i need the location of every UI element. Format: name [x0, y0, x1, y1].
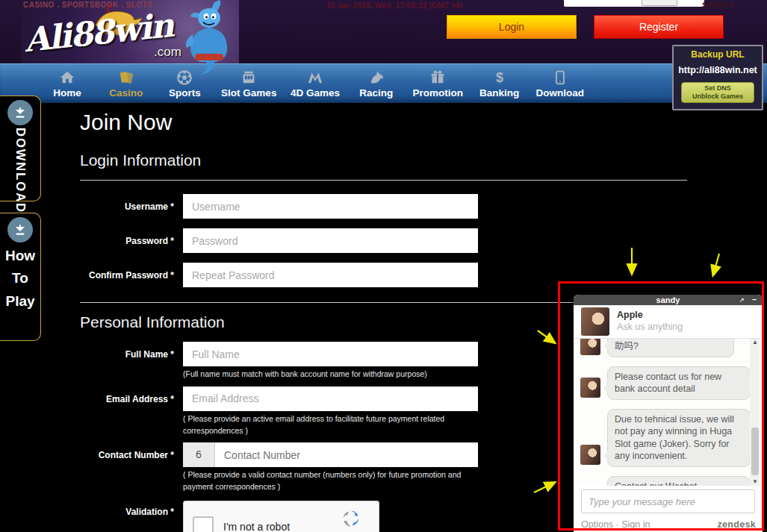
- horse-icon: [367, 68, 385, 86]
- phone-icon: [553, 68, 568, 86]
- nav-label: Casino: [109, 87, 143, 98]
- confirm-password-row: Confirm Password *: [80, 263, 687, 287]
- chat-agent-panel: Apple Ask us anything: [574, 305, 763, 339]
- main-navbar: Home Casino Sports Slot Games 4D Games: [0, 63, 767, 103]
- genie-mascot: [170, 0, 245, 75]
- how-to-play-side-button[interactable]: How To Play: [0, 213, 41, 341]
- nav-label: Slot Games: [221, 87, 276, 98]
- email-label: Email Address *: [80, 387, 174, 437]
- gift-icon: [429, 68, 447, 86]
- nav-label: Banking: [479, 87, 519, 98]
- nav-item-4d-games[interactable]: 4D Games: [291, 64, 340, 103]
- download-side-button[interactable]: DOWNLOAD: [0, 96, 41, 201]
- logo-panel: CASINO . SPORTSBOOK . SLOTS Ali88win .co…: [21, 0, 239, 63]
- recaptcha-checkbox[interactable]: [193, 516, 214, 532]
- chat-footer: Options · Sign in zendesk: [581, 519, 756, 530]
- chat-message: Please contact us for new bank account d…: [580, 366, 763, 400]
- submit-mini-button[interactable]: [642, 0, 677, 6]
- nav-item-home[interactable]: Home: [45, 64, 90, 103]
- mountain-m-icon: [305, 68, 325, 86]
- chat-message: Due to tehnical issue, we will not pay a…: [580, 409, 763, 467]
- how-to-play-label: How To Play: [0, 245, 40, 313]
- nav-label: 4D Games: [291, 87, 340, 98]
- scroll-up-icon[interactable]: ▲: [752, 339, 758, 345]
- forgot-password-partial[interactable]: ssword: [702, 0, 733, 10]
- dollar-icon: $: [493, 68, 506, 86]
- download-circle-icon: [7, 100, 33, 125]
- password-row: Password *: [80, 228, 687, 253]
- svg-text:$: $: [496, 70, 503, 85]
- agent-tagline: Ask us anything: [617, 322, 683, 332]
- download-vertical-label: DOWNLOAD: [13, 128, 28, 198]
- nav-label: Download: [535, 87, 584, 98]
- validation-label: Validation *: [80, 499, 174, 532]
- chat-options-link[interactable]: Options: [581, 519, 613, 530]
- server-datetime: 10 Jan 2018, Wed, 17:05:32 (GMT +8): [326, 1, 463, 10]
- nav-label: Racing: [359, 87, 393, 98]
- login-button[interactable]: Login: [447, 15, 577, 39]
- recaptcha-logo-icon: [341, 508, 361, 529]
- agent-name: Apple: [617, 310, 643, 320]
- nav-item-download[interactable]: Download: [535, 64, 584, 103]
- contact-hint: ( Please provide a valid contact number …: [183, 469, 478, 493]
- chat-signin-link[interactable]: Sign in: [621, 519, 650, 530]
- recaptcha-widget: I'm not a robot reCAPTCHA Privacy - Term…: [183, 501, 379, 532]
- chat-scrollbar-thumb[interactable]: [751, 428, 759, 475]
- agent-avatar: [580, 445, 600, 465]
- chat-window-title: sandy: [574, 295, 763, 305]
- username-label: Username *: [80, 194, 174, 219]
- cards-icon: [117, 68, 135, 86]
- set-dns-line2: Unblock Games: [682, 93, 754, 101]
- home-icon: [58, 68, 76, 86]
- page-title: Join Now: [80, 110, 687, 135]
- register-button[interactable]: Register: [594, 15, 724, 39]
- recaptcha-label: I'm not a robot: [223, 521, 290, 532]
- nav-items: Home Casino Sports Slot Games 4D Games: [45, 64, 584, 103]
- set-dns-button[interactable]: Set DNS Unblock Games: [681, 82, 754, 103]
- password-label: Password *: [80, 228, 174, 253]
- contact-input[interactable]: [215, 442, 478, 467]
- full-name-hint: (Full name must match with bank account …: [183, 369, 478, 381]
- zendesk-brand-link[interactable]: zendesk: [718, 519, 756, 530]
- contact-input-group: 6: [183, 442, 478, 467]
- agent-avatar: [580, 378, 600, 398]
- nav-label: Promotion: [413, 87, 464, 98]
- contact-label: Contact Number *: [80, 442, 174, 493]
- nav-label: Home: [53, 87, 81, 98]
- nav-item-banking[interactable]: $ Banking: [477, 64, 522, 103]
- minimize-icon[interactable]: –: [752, 295, 757, 304]
- full-name-label: Full Name *: [80, 342, 174, 381]
- top-header: CASINO . SPORTSBOOK . SLOTS Ali88win .co…: [0, 0, 767, 63]
- section-divider: [80, 180, 687, 181]
- backup-url-box: Backup URL http://ali88win.net Set DNS U…: [672, 45, 763, 110]
- full-name-input[interactable]: [183, 342, 478, 366]
- nav-item-casino[interactable]: Casino: [104, 64, 149, 103]
- zendesk-chat-widget: sandy ↗ – Apple Ask us anything 助吗? Plea…: [574, 295, 763, 532]
- username-input[interactable]: [183, 194, 478, 219]
- username-row: Username *: [80, 194, 687, 219]
- email-input[interactable]: [183, 387, 478, 411]
- nav-label: Sports: [169, 87, 201, 98]
- password-input[interactable]: [183, 228, 478, 253]
- nav-item-promotion[interactable]: Promotion: [413, 64, 464, 103]
- footer-separator: ·: [616, 519, 619, 530]
- backup-url-title: Backup URL: [674, 49, 762, 60]
- email-hint: ( Please provide an active email address…: [183, 413, 478, 437]
- confirm-password-input[interactable]: [183, 263, 478, 287]
- confirm-password-label: Confirm Password *: [80, 263, 174, 287]
- nav-item-racing[interactable]: Racing: [354, 64, 399, 103]
- scroll-down-icon[interactable]: ▼: [752, 478, 758, 485]
- password-input-cropped[interactable]: [564, 0, 704, 7]
- site-logo[interactable]: Ali88win: [22, 6, 175, 60]
- popout-icon[interactable]: ↗: [739, 295, 745, 305]
- chat-message: Contact our Wechat (0126116680) or Whats…: [580, 476, 763, 486]
- login-section-title: Login Information: [80, 151, 687, 169]
- chat-message-input[interactable]: [581, 489, 755, 513]
- backup-url-link[interactable]: http://ali88win.net: [674, 65, 762, 75]
- agent-avatar: [581, 307, 609, 336]
- set-dns-line1: Set DNS: [682, 84, 754, 93]
- download-circle-icon: [7, 217, 33, 242]
- chat-header[interactable]: sandy ↗ –: [574, 295, 763, 305]
- contact-prefix: 6: [183, 442, 215, 467]
